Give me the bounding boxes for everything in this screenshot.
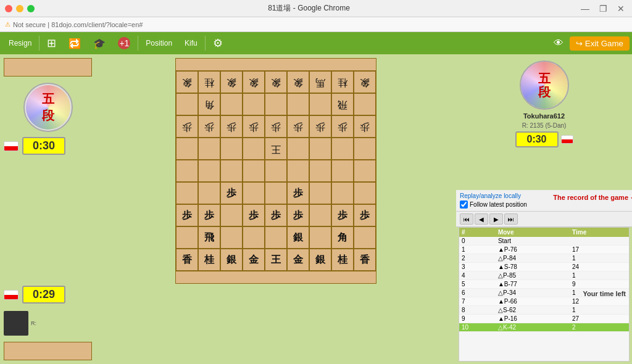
board-cell[interactable] <box>287 160 309 182</box>
board-cell[interactable] <box>309 93 331 115</box>
board-cell[interactable]: 歩 <box>331 204 354 226</box>
board-cell[interactable]: 歩 <box>309 115 331 138</box>
board-cell[interactable] <box>331 160 354 182</box>
board-cell[interactable] <box>265 160 287 182</box>
board-cell[interactable]: 象 <box>354 71 376 93</box>
move-row[interactable]: 8△S-621 <box>459 306 629 315</box>
kifu-button[interactable]: Kifu <box>178 36 204 50</box>
board-cell[interactable]: 桂 <box>198 71 220 93</box>
board-cell[interactable]: 銀 <box>309 249 331 271</box>
minimize-icon[interactable]: — <box>578 4 592 14</box>
position-button[interactable]: Position <box>139 36 178 50</box>
move-row[interactable]: 1▲P-7617 <box>459 246 629 254</box>
move-row[interactable]: 0Start <box>459 237 629 246</box>
board-cell[interactable] <box>243 160 265 182</box>
board-cell[interactable]: 銀 <box>287 226 309 249</box>
move-row[interactable]: 9▲P-1627 <box>459 315 629 323</box>
maximize-icon[interactable]: ❐ <box>597 4 610 14</box>
eye-icon-button[interactable]: 👁 <box>547 35 570 51</box>
board-cell[interactable]: 歩 <box>331 115 354 138</box>
next-move-button[interactable]: ▶ <box>489 213 503 225</box>
board-cell[interactable] <box>220 93 243 115</box>
board-cell[interactable]: 歩 <box>243 204 265 226</box>
board-cell[interactable]: 香 <box>176 249 198 271</box>
board-cell[interactable]: 象 <box>265 71 287 93</box>
board-cell[interactable]: 王 <box>265 249 287 271</box>
maximize-window-button[interactable] <box>27 5 35 12</box>
board-cell[interactable]: 銀 <box>220 249 243 271</box>
board-cell[interactable]: 金 <box>287 249 309 271</box>
board-cell[interactable] <box>309 182 331 204</box>
board-cell[interactable]: 歩 <box>265 204 287 226</box>
board-cell[interactable] <box>198 160 220 182</box>
window-action-controls[interactable]: — ❐ ✕ <box>578 4 627 14</box>
board-cell[interactable]: 歩 <box>198 204 220 226</box>
board-cell[interactable]: 金 <box>243 249 265 271</box>
board-cell[interactable]: 象 <box>287 71 309 93</box>
move-row[interactable]: 5▲B-779 <box>459 280 629 289</box>
board-cell[interactable]: 歩 <box>220 182 243 204</box>
board-cell[interactable] <box>265 182 287 204</box>
board-cell[interactable]: 王 <box>265 138 287 160</box>
window-controls[interactable] <box>5 5 35 12</box>
board-cell[interactable] <box>354 226 376 249</box>
board-cell[interactable]: 桂 <box>198 249 220 271</box>
board-cell[interactable]: 香 <box>354 249 376 271</box>
grid-icon-button[interactable]: ⊞ <box>41 34 62 52</box>
plus-icon-button[interactable]: +1 <box>112 35 136 52</box>
board-cell[interactable] <box>309 204 331 226</box>
board-cell[interactable]: 象 <box>220 71 243 93</box>
board-cell[interactable] <box>309 160 331 182</box>
move-row[interactable]: 3▲S-7824 <box>459 263 629 271</box>
shogi-board[interactable]: 象桂象象象象馬桂象角飛歩歩歩歩歩歩歩歩歩王歩歩歩歩歩歩歩歩歩飛銀角香桂銀金王金銀… <box>175 70 376 271</box>
board-cell[interactable]: 歩 <box>354 115 376 138</box>
board-cell[interactable] <box>354 182 376 204</box>
board-cell[interactable]: 歩 <box>287 115 309 138</box>
board-cell[interactable]: 馬 <box>309 71 331 93</box>
board-cell[interactable]: 歩 <box>265 115 287 138</box>
flag-icon-button[interactable]: 🎓 <box>87 35 112 52</box>
move-row[interactable]: 10△K-422 <box>459 323 629 332</box>
board-cell[interactable] <box>220 160 243 182</box>
board-cell[interactable]: 歩 <box>243 115 265 138</box>
board-cell[interactable] <box>354 160 376 182</box>
resign-button[interactable]: Resign <box>2 36 38 50</box>
board-cell[interactable] <box>265 226 287 249</box>
board-cell[interactable]: 歩 <box>287 182 309 204</box>
transfer-icon-button[interactable]: 🔁 <box>62 35 87 52</box>
board-cell[interactable]: 歩 <box>176 204 198 226</box>
board-cell[interactable]: 飛 <box>331 93 354 115</box>
board-cell[interactable] <box>220 138 243 160</box>
board-cell[interactable] <box>287 93 309 115</box>
board-cell[interactable]: 桂 <box>331 71 354 93</box>
settings-button[interactable]: ⚙ <box>207 34 229 52</box>
board-cell[interactable]: 歩 <box>198 115 220 138</box>
board-cell[interactable]: 飛 <box>198 226 220 249</box>
board-cell[interactable]: 象 <box>176 71 198 93</box>
first-move-button[interactable]: ⏮ <box>460 213 473 225</box>
board-cell[interactable] <box>331 182 354 204</box>
move-row[interactable]: 4△P-851 <box>459 271 629 280</box>
board-cell[interactable] <box>243 93 265 115</box>
board-cell[interactable] <box>220 226 243 249</box>
board-cell[interactable]: 歩 <box>176 115 198 138</box>
move-row[interactable]: 7▲P-6612 <box>459 297 629 306</box>
board-cell[interactable] <box>176 226 198 249</box>
close-icon[interactable]: ✕ <box>615 4 627 14</box>
prev-move-button[interactable]: ◀ <box>475 213 488 225</box>
board-cell[interactable]: 象 <box>243 71 265 93</box>
board-cell[interactable]: 桂 <box>331 249 354 271</box>
board-cell[interactable] <box>243 138 265 160</box>
board-cell[interactable] <box>220 204 243 226</box>
board-cell[interactable] <box>287 138 309 160</box>
board-cell[interactable] <box>176 138 198 160</box>
last-move-button[interactable]: ⏭ <box>504 213 518 225</box>
board-cell[interactable] <box>309 226 331 249</box>
board-cell[interactable] <box>176 160 198 182</box>
board-cell[interactable] <box>354 138 376 160</box>
board-cell[interactable]: 歩 <box>287 204 309 226</box>
board-cell[interactable] <box>176 182 198 204</box>
board-cell[interactable]: 角 <box>331 226 354 249</box>
minimize-window-button[interactable] <box>16 5 23 12</box>
board-cell[interactable] <box>309 138 331 160</box>
